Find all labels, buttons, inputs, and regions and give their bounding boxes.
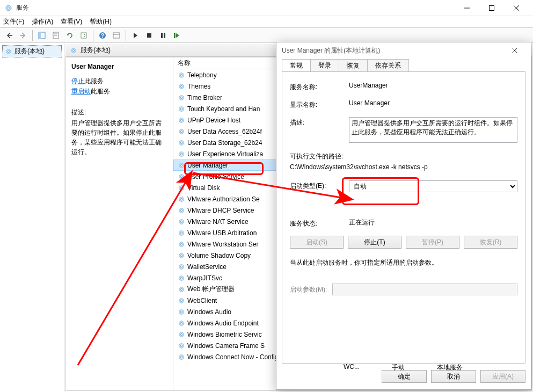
service-name: Windows Camera Frame S	[187, 342, 265, 350]
svg-rect-9	[39, 32, 41, 39]
svg-point-69	[180, 311, 182, 313]
restart-service-link[interactable]: 重启动	[71, 88, 91, 95]
svg-point-1	[8, 7, 10, 9]
svg-point-67	[180, 300, 182, 302]
svg-point-27	[180, 74, 182, 76]
partial-row: WC... 手动 本地服务	[344, 363, 463, 372]
service-name: Themes	[187, 83, 210, 90]
gear-icon	[178, 207, 185, 214]
gear-icon	[178, 353, 185, 361]
tab-recovery[interactable]: 恢复	[339, 59, 368, 72]
restart-service-button[interactable]	[171, 30, 183, 41]
stop-service-link[interactable]: 停止	[71, 77, 84, 85]
gear-icon	[178, 308, 185, 316]
service-detail-pane: User Manager 停止此服务 重启动此服务 描述: 用户管理器提供多用户…	[66, 57, 173, 390]
tree-node-label: 服务(本地)	[14, 47, 45, 56]
service-name-label: 服务名称:	[290, 82, 349, 92]
display-name-value: User Manager	[349, 99, 517, 107]
forward-button[interactable]	[17, 30, 29, 41]
svg-point-33	[180, 108, 182, 110]
back-button[interactable]	[3, 30, 15, 41]
stop-button[interactable]: 停止(T)	[348, 236, 401, 249]
titlebar: 服务	[0, 0, 533, 16]
svg-point-71	[180, 322, 182, 324]
svg-point-37	[180, 130, 182, 133]
service-name: Time Broker	[187, 94, 222, 101]
gear-icon	[178, 173, 185, 180]
toolbar: ?	[0, 28, 533, 43]
svg-rect-3	[490, 5, 494, 10]
menu-view[interactable]: 查看(V)	[61, 17, 82, 26]
refresh-button[interactable]	[64, 30, 76, 41]
start-params-hint: 当从此处启动服务时，你可指定所适用的启动参数。	[290, 258, 517, 267]
description-text: 用户管理器提供多用户交互所需要的运行时组件。如果停止此服务，某些应用程序可能无法…	[71, 118, 167, 157]
svg-point-51	[180, 209, 182, 212]
service-name: VMware NAT Service	[187, 218, 249, 226]
service-name: VMware Workstation Ser	[187, 241, 259, 248]
stop-service-button[interactable]	[143, 30, 155, 41]
service-name: VMware Authorization Se	[187, 195, 260, 203]
startup-type-select[interactable]: 自动	[349, 180, 517, 192]
display-name-label: 显示名称:	[290, 99, 349, 110]
gear-icon	[4, 4, 13, 12]
svg-rect-18	[147, 33, 151, 38]
service-name: Virtual Disk	[187, 184, 220, 192]
svg-point-65	[180, 288, 182, 291]
pause-service-button[interactable]	[157, 30, 169, 41]
svg-point-41	[180, 153, 182, 155]
properties-dialog: User Manager 的属性(本地计算机) 常规 登录 恢复 依存关系 服务…	[276, 42, 531, 390]
start-service-button[interactable]	[129, 30, 141, 41]
gear-icon	[5, 48, 12, 55]
exe-path-value: C:\Windows\system32\svchost.exe -k netsv…	[290, 163, 517, 171]
svg-rect-20	[164, 33, 165, 38]
show-hide-tree-button[interactable]	[36, 30, 48, 41]
service-name: User Data Storage_62b24	[187, 139, 262, 147]
tab-logon[interactable]: 登录	[310, 59, 339, 72]
svg-point-57	[180, 243, 182, 245]
svg-point-29	[180, 85, 182, 88]
tab-dependencies[interactable]: 依存关系	[367, 59, 409, 72]
service-name: Windows Audio	[187, 308, 231, 316]
menu-file[interactable]: 文件(F)	[3, 17, 24, 26]
menu-help[interactable]: 帮助(H)	[90, 17, 112, 26]
gear-icon	[178, 139, 185, 147]
svg-point-47	[180, 187, 182, 189]
window-title: 服务	[16, 3, 455, 12]
description-label: 描述:	[71, 108, 167, 117]
gear-icon	[178, 162, 185, 169]
service-name: User Manager	[187, 162, 228, 169]
apply-button: 应用(A)	[480, 370, 525, 383]
gear-icon	[178, 105, 185, 113]
tree-node-services-local[interactable]: 服务(本地)	[2, 45, 62, 57]
svg-point-35	[180, 119, 182, 121]
selected-service-title: User Manager	[71, 63, 167, 70]
gear-icon	[178, 128, 185, 135]
gear-icon	[178, 71, 185, 79]
service-name: User Data Access_62b24f	[187, 128, 262, 135]
svg-point-43	[180, 164, 182, 166]
tab-general[interactable]: 常规	[282, 59, 311, 72]
help-button[interactable]: ?	[97, 30, 108, 41]
startup-type-label: 启动类型(E):	[290, 180, 349, 191]
service-name: Volume Shadow Copy	[187, 252, 251, 259]
list-pane-title: 服务(本地)	[81, 46, 111, 55]
dialog-close-button[interactable]	[504, 42, 525, 59]
svg-point-31	[180, 97, 182, 99]
properties-icon[interactable]	[50, 30, 62, 41]
svg-point-23	[8, 50, 10, 53]
maximize-button[interactable]	[479, 0, 504, 16]
resume-button: 恢复(R)	[464, 236, 517, 249]
start-params-label: 启动参数(M):	[290, 285, 327, 294]
minimize-button[interactable]	[455, 0, 479, 16]
svg-point-39	[180, 142, 182, 144]
svg-rect-19	[161, 33, 163, 38]
dialog-desc-textarea[interactable]	[349, 117, 517, 143]
gear-icon	[178, 263, 185, 271]
gear-icon	[178, 252, 185, 259]
menu-action[interactable]: 操作(A)	[32, 17, 53, 26]
properties-button[interactable]	[111, 30, 122, 41]
gear-icon	[178, 94, 185, 101]
close-button[interactable]	[504, 0, 529, 16]
export-button[interactable]	[78, 30, 90, 41]
gear-icon	[178, 83, 185, 90]
